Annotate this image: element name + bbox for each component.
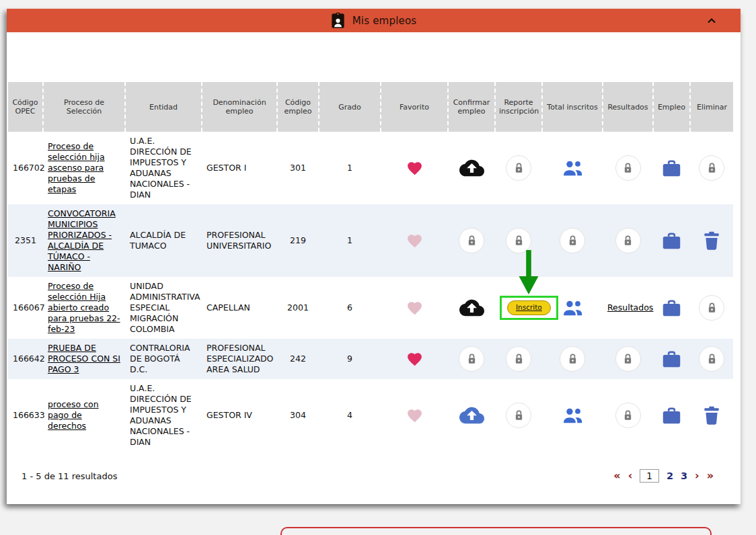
total-inscritos-icon[interactable] bbox=[562, 160, 584, 177]
results-count: 1 - 5 de 11 resultados bbox=[22, 471, 117, 481]
favorite-heart-icon[interactable] bbox=[406, 300, 424, 317]
table-row: 2351CONVOCATORIA MUNICIPIOS PRIORIZADOS … bbox=[8, 204, 733, 277]
favorito-cell bbox=[381, 277, 448, 339]
favorite-heart-icon[interactable] bbox=[406, 233, 424, 249]
proceso-cell: Proceso de selección hija ascenso para p… bbox=[43, 132, 125, 204]
entidad-cell: CONTRALORIA DE BOGOTÁ D.C. bbox=[125, 339, 202, 379]
codigo-opec-cell: 166702 bbox=[8, 132, 43, 204]
proceso-cell: PRUEBA DE PROCESO CON SI PAGO 3 bbox=[43, 339, 125, 379]
confirm-cloud-upload-icon[interactable] bbox=[459, 159, 484, 177]
favorite-heart-icon[interactable] bbox=[406, 351, 424, 368]
denominacion-cell: CAPELLAN bbox=[202, 277, 277, 339]
briefcase-icon[interactable] bbox=[661, 298, 682, 317]
resultados-cell bbox=[603, 132, 653, 204]
eliminar-cell bbox=[690, 204, 733, 277]
column-header: Proceso de Selección bbox=[43, 82, 125, 132]
column-header: Denominación empleo bbox=[202, 82, 277, 132]
column-header: Resultados bbox=[603, 82, 653, 132]
confirm-cloud-upload-icon[interactable] bbox=[459, 299, 484, 317]
pagination-page-1[interactable]: 1 bbox=[640, 469, 659, 483]
pagination-prev[interactable]: ‹ bbox=[628, 470, 633, 481]
pagination-next[interactable]: › bbox=[695, 470, 700, 481]
resultados-cell bbox=[603, 379, 653, 452]
proceso-link[interactable]: CONVOCATORIA MUNICIPIOS PRIORIZADOS - AL… bbox=[48, 208, 116, 272]
locked-icon bbox=[615, 155, 641, 181]
entidad-cell: U.A.E. DIRECCIÓN DE IMPUESTOS Y ADUANAS … bbox=[125, 132, 202, 204]
denominacion-cell: PROFESIONAL UNIVERSITARIO bbox=[202, 204, 277, 277]
legend-container: Íconos utilizados: Inscrito bbox=[7, 527, 712, 535]
favorito-cell bbox=[381, 379, 448, 452]
mis-empleos-panel: Mis empleos Código OPECProceso de Selecc… bbox=[7, 9, 741, 504]
jobs-table: Código OPECProceso de SelecciónEntidadDe… bbox=[8, 82, 733, 452]
grado-cell: 6 bbox=[319, 277, 381, 339]
empleo-cell bbox=[653, 204, 690, 277]
entidad-cell: ALCALDÍA DE TUMACO bbox=[125, 204, 202, 277]
locked-icon bbox=[459, 228, 484, 253]
table-row: 166642PRUEBA DE PROCESO CON SI PAGO 3CON… bbox=[8, 339, 733, 379]
proceso-cell: Proceso de selección Hija abierto creado… bbox=[43, 277, 125, 339]
pagination-first[interactable]: « bbox=[613, 470, 620, 481]
proceso-cell: proceso con pago de derechos bbox=[43, 379, 125, 452]
proceso-link[interactable]: proceso con pago de derechos bbox=[48, 399, 99, 431]
favorito-cell bbox=[381, 132, 448, 204]
total-inscritos-cell bbox=[542, 379, 603, 452]
codigo-opec-cell: 166633 bbox=[8, 379, 43, 452]
briefcase-icon[interactable] bbox=[661, 159, 682, 177]
pagination-page-2[interactable]: 2 bbox=[667, 470, 673, 481]
eliminar-cell bbox=[690, 132, 733, 204]
resultados-link[interactable]: Resultados bbox=[607, 302, 653, 313]
confirmar-cell bbox=[448, 132, 495, 204]
codigo-empleo-cell: 242 bbox=[277, 339, 319, 379]
proceso-link[interactable]: Proceso de selección hija ascenso para p… bbox=[48, 141, 105, 194]
confirm-cloud-upload-icon[interactable] bbox=[459, 407, 484, 424]
pagination-last[interactable]: » bbox=[707, 470, 714, 481]
table-row: 166702Proceso de selección hija ascenso … bbox=[8, 132, 733, 204]
column-header: Confirmar empleo bbox=[448, 82, 495, 132]
total-inscritos-icon[interactable] bbox=[562, 300, 584, 317]
resultados-cell bbox=[603, 339, 653, 379]
codigo-opec-cell: 166642 bbox=[8, 339, 43, 379]
confirmar-cell bbox=[448, 379, 495, 452]
total-inscritos-icon[interactable] bbox=[562, 407, 584, 424]
column-header: Empleo bbox=[653, 82, 690, 132]
locked-icon bbox=[615, 346, 641, 372]
column-header: Total inscritos bbox=[542, 82, 603, 132]
column-header: Entidad bbox=[125, 82, 202, 132]
proceso-link[interactable]: Proceso de selección Hija abierto creado… bbox=[48, 281, 120, 334]
table-header: Código OPECProceso de SelecciónEntidadDe… bbox=[8, 82, 733, 132]
chevron-up-icon[interactable] bbox=[707, 17, 716, 24]
briefcase-icon[interactable] bbox=[661, 231, 682, 250]
column-header: Grado bbox=[319, 82, 381, 132]
favorito-cell bbox=[381, 204, 448, 277]
eliminar-cell bbox=[690, 339, 733, 379]
denominacion-cell: PROFESIONAL ESPECIALIZADO AREA SALUD bbox=[202, 339, 277, 379]
trash-icon[interactable] bbox=[703, 406, 720, 425]
trash-icon[interactable] bbox=[703, 231, 720, 251]
locked-icon bbox=[560, 346, 585, 372]
locked-icon bbox=[699, 155, 724, 181]
favorite-heart-icon[interactable] bbox=[406, 407, 424, 424]
codigo-empleo-cell: 304 bbox=[277, 379, 319, 452]
entidad-cell: UNIDAD ADMINISTRATIVA ESPECIAL MIGRACIÓN… bbox=[125, 277, 202, 339]
confirmar-cell bbox=[448, 339, 495, 379]
favorite-heart-icon[interactable] bbox=[406, 160, 424, 177]
proceso-link[interactable]: PRUEBA DE PROCESO CON SI PAGO 3 bbox=[48, 343, 120, 374]
inscrito-highlight-box: Inscrito bbox=[500, 296, 558, 320]
pagination-page-3[interactable]: 3 bbox=[681, 470, 687, 481]
empleo-cell bbox=[653, 379, 690, 452]
briefcase-icon[interactable] bbox=[661, 406, 682, 425]
locked-icon bbox=[506, 155, 531, 181]
panel-header[interactable]: Mis empleos bbox=[7, 9, 741, 32]
empleo-cell bbox=[653, 339, 690, 379]
column-header: Código empleo bbox=[277, 82, 319, 132]
total-inscritos-cell bbox=[542, 204, 603, 277]
resultados-cell bbox=[603, 204, 653, 277]
locked-icon bbox=[506, 346, 531, 372]
locked-icon bbox=[699, 346, 724, 372]
results-pagination-row: 1 - 5 de 11 resultados «‹123›» bbox=[22, 469, 714, 483]
briefcase-icon[interactable] bbox=[661, 349, 682, 368]
inscrito-badge[interactable]: Inscrito bbox=[507, 300, 551, 315]
column-header: Código OPEC bbox=[8, 82, 43, 132]
legend-box: Íconos utilizados: Inscrito bbox=[280, 527, 712, 535]
locked-icon bbox=[615, 403, 641, 428]
